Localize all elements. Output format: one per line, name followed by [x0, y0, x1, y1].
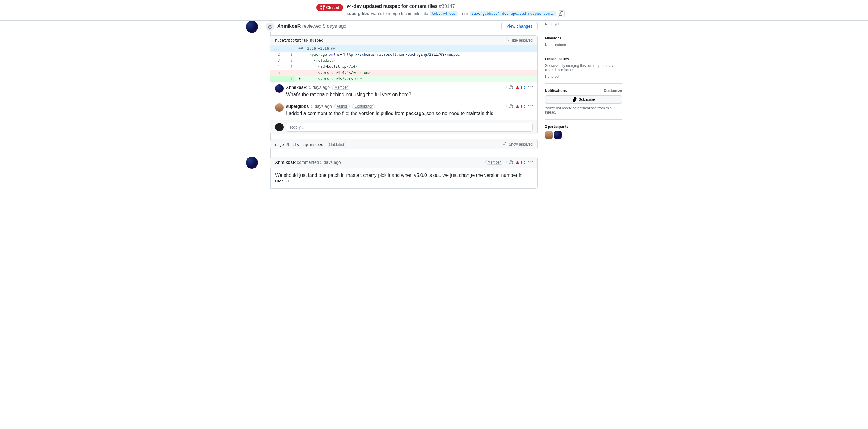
comment-user-link[interactable]: XhmikosR	[275, 160, 296, 165]
comment-menu-button[interactable]	[528, 103, 532, 109]
diff-line-deleted: 5- <version>4.4.1</version>	[270, 70, 537, 76]
sidebar-linked-issues: Linked issues Successfully merging this …	[545, 52, 622, 84]
tip-icon	[516, 86, 519, 89]
diff-line: 33 <metadata>	[270, 58, 537, 64]
diff-hunk-header: ...... @@ -2,16 +2,16 @@	[270, 45, 537, 52]
sidebar-notifications: Notifications Customize Subscribe You're…	[545, 84, 622, 120]
tip-icon	[516, 105, 519, 108]
sidebar-participants: 2 participants	[545, 120, 622, 144]
svg-point-1	[510, 87, 510, 87]
review-badge	[265, 22, 275, 32]
show-resolved-toggle[interactable]: Show resolved	[503, 142, 532, 147]
view-changes-button[interactable]: View changes	[501, 22, 538, 30]
participant-avatar[interactable]	[554, 131, 562, 139]
sidebar-section-title: Notifications	[545, 89, 567, 93]
review-event: XhmikosR reviewed 5 days ago View change…	[270, 21, 538, 150]
avatar[interactable]	[275, 123, 284, 131]
sidebar-section-title: 2 participants	[545, 124, 622, 129]
pr-title: v4-dev updated nuspec for content files …	[347, 4, 564, 9]
comment-menu-button[interactable]	[528, 85, 532, 90]
comment-menu-button[interactable]	[528, 159, 532, 165]
pr-meta: supergibbs wants to merge 5 commits into…	[347, 10, 564, 17]
avatar[interactable]	[275, 85, 284, 93]
file-header: nuget/bootstrap.nuspec Hide resolved	[270, 36, 537, 45]
comment-body: We should just land one patch in master,…	[270, 168, 537, 188]
svg-point-0	[509, 85, 513, 89]
sidebar: None yet Milestone No milestone Linked i…	[545, 21, 622, 189]
add-reaction-button[interactable]: +	[506, 85, 513, 90]
tip-button[interactable]: Tip	[516, 104, 525, 108]
sidebar-section-title[interactable]: Milestone	[545, 36, 622, 40]
sidebar-text: None yet	[545, 22, 622, 31]
reply-input[interactable]	[286, 123, 532, 132]
svg-point-5	[512, 105, 512, 106]
comment-user-link[interactable]: XhmikosR	[286, 85, 307, 90]
avatar[interactable]	[275, 103, 284, 112]
comment-user-link[interactable]: supergibbs	[286, 104, 309, 109]
customize-link[interactable]: Customize	[604, 89, 622, 93]
participant-avatar[interactable]	[545, 131, 553, 139]
diff-line-added: 5+ <version>4</version>	[270, 76, 537, 81]
resolved-file-box: nuget/bootstrap.nuspec Outdated Show res…	[270, 139, 538, 150]
pr-state-text: Closed	[326, 5, 339, 10]
timeline-comment: XhmikosR commented 5 days ago Member + T…	[270, 157, 538, 189]
smiley-icon	[508, 104, 513, 109]
smiley-icon	[508, 160, 513, 165]
pr-author-link[interactable]: supergibbs	[347, 11, 369, 16]
unfold-icon	[503, 142, 507, 147]
eye-icon	[268, 24, 273, 29]
smiley-icon	[508, 85, 513, 90]
sidebar-section-title[interactable]: Linked issues	[545, 57, 622, 61]
role-label: Author	[334, 104, 350, 109]
svg-point-3	[509, 104, 513, 108]
review-comment-thread: XhmikosR 5 days ago Member + Tip What	[270, 81, 537, 120]
sidebar-milestone: Milestone No milestone	[545, 31, 622, 52]
diff-table: ...... @@ -2,16 +2,16 @@ 22 <package xml…	[270, 45, 537, 81]
kebab-icon	[528, 159, 532, 164]
diff-line: 22 <package xmlns="http://schemas.micros…	[270, 52, 537, 58]
base-branch[interactable]: twbs:v4-dev	[430, 11, 458, 16]
review-user-link[interactable]: XhmikosR	[277, 24, 301, 29]
hide-resolved-toggle[interactable]: Hide resolved	[504, 38, 532, 43]
review-comment: supergibbs 5 days ago Author Contributor…	[270, 101, 537, 120]
add-reaction-button[interactable]: +	[506, 160, 513, 165]
outdated-label: Outdated	[327, 142, 346, 147]
comment-time[interactable]: 5 days ago	[309, 85, 330, 90]
file-path[interactable]: nuget/bootstrap.nuspec	[275, 142, 323, 147]
avatar[interactable]	[246, 157, 258, 169]
git-pull-request-closed-icon	[320, 5, 325, 10]
review-comment: XhmikosR 5 days ago Member + Tip What	[270, 82, 537, 101]
role-label: Member	[485, 160, 503, 165]
role-label: Member	[332, 85, 350, 90]
tip-button[interactable]: Tip	[516, 160, 525, 164]
diff-line: 44 <id>bootstrap</id>	[270, 64, 537, 70]
unfold-icon	[504, 38, 509, 43]
svg-point-4	[510, 105, 510, 106]
file-path[interactable]: nuget/bootstrap.nuspec	[275, 38, 323, 42]
kebab-icon	[528, 103, 532, 108]
pr-header: Closed v4-dev updated nuspec for content…	[0, 0, 868, 21]
avatar[interactable]	[246, 21, 258, 33]
copy-branch-button[interactable]	[558, 10, 564, 17]
head-branch[interactable]: supergibbs:v4-dev-updated-nuspec-cont…	[470, 11, 556, 16]
tip-button[interactable]: Tip	[516, 85, 525, 90]
add-reaction-button[interactable]: +	[506, 104, 513, 109]
tip-icon	[516, 161, 519, 164]
reply-row	[270, 120, 537, 134]
comment-time[interactable]: 5 days ago	[311, 104, 332, 109]
comment-body: I added a comment to the file; the versi…	[286, 110, 532, 119]
role-label: Contributor	[352, 104, 375, 109]
kebab-icon	[528, 85, 532, 89]
clipboard-icon	[559, 11, 563, 16]
comment-body: What's the rationale behind not using th…	[286, 91, 532, 100]
pr-state-badge: Closed	[316, 4, 343, 11]
subscribe-button[interactable]: Subscribe	[545, 95, 622, 104]
svg-point-2	[512, 87, 512, 87]
svg-point-6	[509, 160, 513, 164]
megaphone-icon	[572, 97, 577, 102]
